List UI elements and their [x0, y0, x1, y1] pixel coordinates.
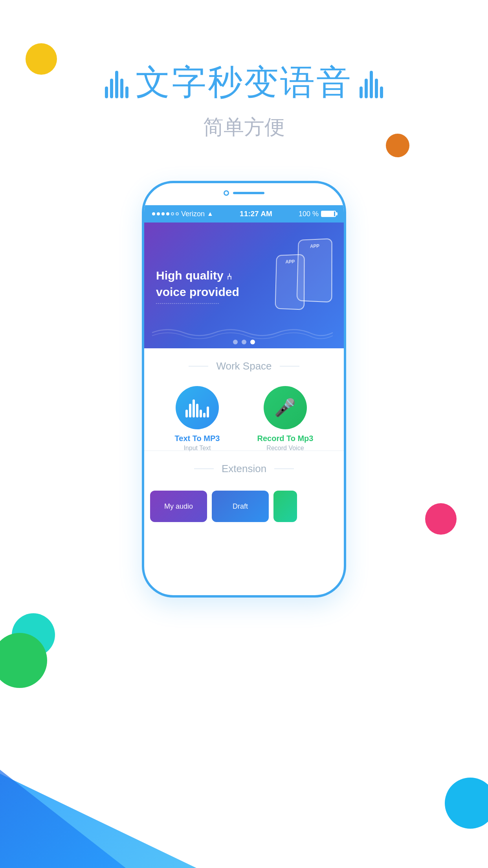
signal-dots	[152, 212, 179, 215]
share-icon: ⑃	[227, 272, 232, 281]
wave-bar	[375, 79, 378, 98]
banner-dot-2[interactable]	[242, 340, 246, 344]
banner-line2: voice provided	[156, 285, 239, 298]
wave-bar	[115, 71, 118, 98]
phone-speaker	[233, 192, 264, 194]
banner-phone-2-label: APP	[285, 259, 295, 265]
banner-dot-3[interactable]	[250, 340, 255, 344]
phone-top-bar	[224, 190, 264, 196]
phone-camera	[224, 190, 229, 196]
banner-dot-1[interactable]	[233, 340, 238, 344]
extension-section: Extension My audio Draft	[144, 451, 344, 522]
signal-dot	[152, 212, 155, 215]
ext-my-audio-label: My audio	[164, 502, 193, 511]
banner-underline	[156, 303, 219, 304]
right-wave-icon	[360, 67, 383, 98]
title-main: 文字秒变语音	[0, 59, 488, 106]
ext-card-my-audio[interactable]: My audio	[150, 491, 207, 522]
ext-card-extra	[273, 491, 297, 522]
sound-wave-icon	[185, 398, 209, 417]
battery-percent: 100 %	[299, 210, 319, 218]
section-line-left	[189, 366, 208, 366]
battery-icon	[321, 211, 336, 217]
banner-phone-1-label: APP	[310, 243, 319, 249]
workspace-title: Work Space	[216, 360, 272, 372]
workspace-item-text-to-mp3[interactable]: Text To MP3 Input Text	[175, 386, 220, 452]
wave-bar	[360, 86, 363, 98]
microphone-icon: 🎤	[274, 397, 296, 418]
signal-dot	[161, 212, 165, 215]
subtitle: 简单方便	[0, 114, 488, 141]
section-line-right	[280, 366, 299, 366]
banner-line1: High quality	[156, 269, 224, 282]
ext-section-line-right	[274, 469, 294, 469]
banner-title: High quality ⑃ voice provided	[156, 267, 239, 300]
signal-dot	[166, 212, 169, 215]
banner-dots	[233, 340, 255, 344]
text-to-mp3-label: Text To MP3	[175, 434, 220, 443]
wifi-icon: ▲	[207, 210, 213, 217]
deco-cyan-circle	[445, 778, 488, 829]
signal-dot-empty	[176, 212, 179, 215]
extension-title: Extension	[222, 463, 266, 475]
status-left: Verizon ▲	[152, 210, 213, 218]
phone-mockup: Verizon ▲ 11:27 AM 100 % High quality ⑃ …	[142, 181, 346, 598]
ext-draft-label: Draft	[233, 502, 248, 511]
wave-bar	[125, 86, 128, 98]
ext-card-draft[interactable]: Draft	[212, 491, 269, 522]
wave-bar	[110, 79, 113, 98]
status-right: 100 %	[299, 210, 336, 218]
deco-pink-circle	[425, 503, 457, 535]
banner-content: High quality ⑃ voice provided	[156, 267, 239, 304]
workspace-section: Work Space	[144, 348, 344, 463]
wave-bar	[120, 79, 123, 98]
signal-dot-empty	[171, 212, 174, 215]
signal-dot	[157, 212, 160, 215]
carrier-name: Verizon	[181, 210, 205, 218]
banner-phone-2: APP	[275, 254, 305, 310]
title-area: 文字秒变语音 简单方便	[0, 59, 488, 141]
banner-wave-svg	[152, 325, 333, 340]
battery-fill	[322, 211, 334, 216]
workspace-item-record-to-mp3[interactable]: 🎤 Record To Mp3 Record Voice	[257, 386, 313, 452]
battery-tip	[336, 212, 338, 215]
wave-bar	[380, 86, 383, 98]
wave-bar	[105, 86, 108, 98]
extension-header: Extension	[144, 451, 344, 485]
ext-section-line-left	[194, 469, 214, 469]
text-to-mp3-icon	[176, 386, 219, 429]
record-to-mp3-label: Record To Mp3	[257, 434, 313, 443]
wave-bar	[365, 79, 368, 98]
wave-bar	[370, 71, 373, 98]
banner-phones: APP APP	[257, 230, 336, 340]
workspace-header: Work Space	[144, 348, 344, 382]
main-title: 文字秒变语音	[136, 59, 352, 106]
record-to-mp3-icon: 🎤	[264, 386, 307, 429]
status-bar: Verizon ▲ 11:27 AM 100 %	[144, 205, 344, 223]
extension-items: My audio Draft	[144, 485, 344, 522]
banner: High quality ⑃ voice provided APP APP	[144, 223, 344, 348]
phone-outer: Verizon ▲ 11:27 AM 100 % High quality ⑃ …	[142, 181, 346, 598]
status-time: 11:27 AM	[240, 210, 272, 218]
left-wave-icon	[105, 67, 128, 98]
